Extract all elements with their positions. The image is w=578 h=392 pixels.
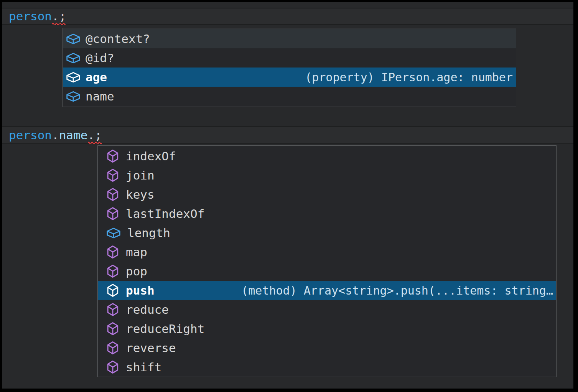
suggestion-label: join [126,168,155,182]
suggestion-label: indexOf [126,149,176,163]
suggestion-item-shift[interactable]: shift [98,357,556,377]
symbol-method-icon [106,187,119,202]
symbol-method-icon [106,264,119,278]
symbol-method-icon [106,302,119,317]
suggest-widget-2: indexOfjoinkeyslastIndexOflengthmappoppu… [97,145,557,377]
suggestion-item-lastindexof[interactable]: lastIndexOf [98,204,556,223]
code-token-text: . [87,128,95,142]
suggestion-item-map[interactable]: map [98,242,556,262]
error-squiggle [52,22,59,25]
suggestion-label: length [127,226,170,240]
suggestion-label: reduce [126,303,169,316]
code-token: ; [59,10,66,23]
symbol-method-icon [106,360,119,374]
code-token: . [52,128,59,142]
editor-background[interactable]: person.; @context?@id?age(property) IPer… [2,2,573,389]
suggestion-label: map [126,245,147,259]
symbol-method-icon [106,341,119,355]
error-squiggle [88,141,95,144]
editor-window: person.; @context?@id?age(property) IPer… [0,0,578,392]
suggestion-item-join[interactable]: join [98,166,556,185]
suggestion-item-push[interactable]: push(method) Array<string>.push(...items… [98,281,556,300]
code-token: person [9,10,52,23]
suggestion-item-id[interactable]: @id? [63,48,516,68]
suggestion-label: reverse [126,341,176,355]
code-text: person.; [9,8,66,24]
symbol-method-icon [106,283,119,298]
suggestion-label: shift [126,360,161,374]
code-token: name [59,128,88,142]
suggestion-item-reverse[interactable]: reverse [98,338,556,357]
suggestion-item-reduceright[interactable]: reduceRight [98,319,556,338]
suggestion-label: push [126,283,155,297]
symbol-field-icon [66,91,81,102]
symbol-field-icon [106,227,121,239]
suggestion-label: lastIndexOf [126,207,204,221]
suggestion-item-reduce[interactable]: reduce [98,300,556,319]
suggest-widget-1: @context?@id?age(property) IPerson.age: … [63,28,516,107]
suggestion-detail: (method) Array<string>.push(...items: st… [241,284,556,297]
error-squiggle [95,141,102,144]
suggestion-item-indexof[interactable]: indexOf [98,147,556,166]
code-token-text: person [9,128,52,142]
symbol-method-icon [106,245,119,259]
suggestion-label: pop [126,264,147,278]
code-line-2[interactable]: person.name.; [2,126,573,144]
symbol-method-icon [106,321,119,336]
symbol-method-icon [106,149,119,163]
suggestion-label: keys [126,188,155,201]
code-token-text: . [52,9,59,23]
code-token: . [87,128,95,142]
code-text: person.name.; [9,127,102,143]
suggestion-item-pop[interactable]: pop [98,262,556,281]
suggestion-item-name[interactable]: name [63,87,516,106]
code-token-text: person [9,9,52,23]
code-token: . [52,10,59,23]
code-token: person [9,128,52,142]
suggestion-label: @id? [86,51,114,65]
code-token-text: name [59,128,88,142]
suggestion-item-age[interactable]: age(property) IPerson.age: number [63,68,516,87]
suggestion-item-context[interactable]: @context? [63,29,516,48]
code-line-1[interactable]: person.; [2,8,573,25]
suggestion-label: name [86,89,114,103]
error-squiggle [59,22,66,25]
suggestion-item-keys[interactable]: keys [98,185,556,204]
symbol-method-icon [106,168,119,183]
suggestion-detail: (property) IPerson.age: number [305,71,516,84]
symbol-field-icon [66,33,81,45]
suggestion-item-length[interactable]: length [98,223,556,242]
suggestion-label: @context? [86,32,150,46]
symbol-field-icon [66,52,81,64]
suggestion-label: reduceRight [126,322,204,336]
code-token-text: ; [95,128,102,142]
symbol-field-icon [66,71,81,83]
code-token-text: ; [59,9,66,23]
code-token-text: . [52,128,59,142]
symbol-method-icon [106,206,119,221]
suggestion-label: age [86,70,107,84]
code-token: ; [95,128,102,142]
